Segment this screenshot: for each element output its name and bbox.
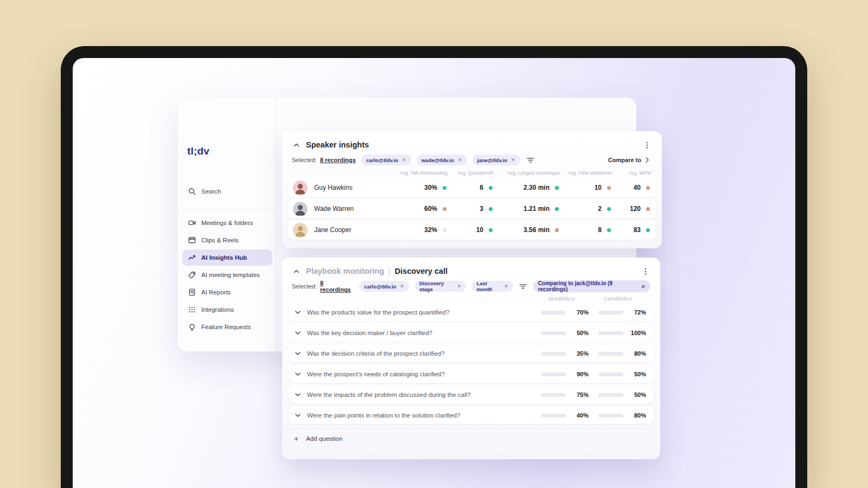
filter-icon[interactable] [519, 281, 528, 291]
chevron-down-icon[interactable] [294, 370, 302, 378]
speaker-panel-title: Speaker insights [306, 140, 369, 149]
video-camera-icon [188, 219, 196, 227]
selected-count[interactable]: 8 recordings [320, 157, 356, 163]
status-dot-good [489, 207, 493, 211]
comparing-chip[interactable]: Comparing to jack@tldv.io (8 recordings)… [533, 280, 650, 292]
metric-value: 1.21 min [524, 205, 550, 213]
question-row[interactable]: Were the impacts of the problem discusse… [289, 386, 654, 403]
close-icon[interactable]: ✕ [400, 284, 404, 289]
metric-value: 60% [424, 205, 437, 213]
close-icon[interactable]: ✕ [458, 157, 462, 163]
speaker-name-cell: Guy Hawkins [291, 181, 391, 195]
column-header-avg-wpm: Avg. WPM [616, 170, 655, 176]
speaker-table-header: Avg. Talk time/meetingAvg. Questions/hAv… [282, 165, 662, 176]
chip-label: carlo@tldv.io [366, 157, 398, 163]
chevron-down-icon[interactable] [294, 309, 302, 316]
close-icon[interactable]: ✕ [504, 284, 508, 289]
close-icon[interactable]: ✕ [457, 284, 462, 289]
speaker-name: Wade Warren [314, 205, 354, 213]
speaker-row-guy-hawkins[interactable]: Guy Hawkins30%62.30 min1040 [288, 178, 656, 197]
close-icon[interactable]: ✕ [641, 284, 646, 290]
progress-bar [598, 352, 623, 356]
score-percent: 70% [570, 309, 589, 316]
filter-chip-wade-tldv-io[interactable]: wade@tldv.io✕ [417, 155, 467, 165]
metric-avg-filler-words-min: 2 [564, 205, 616, 213]
score-carlo-tldv-io: 100% [598, 330, 646, 336]
status-dot-bad [646, 207, 650, 211]
chevron-down-icon[interactable] [294, 412, 302, 419]
close-icon[interactable]: ✕ [511, 157, 515, 163]
metric-value: 6 [480, 184, 483, 191]
lightbulb-icon [188, 323, 196, 331]
question-row[interactable]: Were the prospect's needs of cataloging … [289, 365, 654, 383]
speaker-name-cell: Jane Cooper [291, 223, 391, 237]
playbook-panel-header: Playbook monitoring | Discovery call ⋮ [282, 258, 660, 278]
sidebar-item-meetings-folders[interactable]: Meetings & folders [182, 215, 272, 231]
chevron-down-icon[interactable] [294, 329, 302, 337]
score-carlo-tldv-io: 80% [598, 350, 646, 357]
score-percent: 80% [628, 412, 646, 419]
speaker-panel-header: Speaker insights ⋮ [282, 131, 662, 151]
score-jack-tldv-io: 75% [541, 391, 589, 398]
progress-bar [541, 414, 566, 418]
status-dot-good [555, 207, 559, 211]
sidebar-item-ai-reports[interactable]: AI Reports [182, 284, 272, 300]
score-jack-tldv-io: 50% [541, 330, 589, 336]
column-header-avg-questions-h: Avg. Questions/h [452, 170, 498, 176]
filter-chip-jane-tldv-io[interactable]: jane@tldv.io✕ [473, 155, 520, 165]
sidebar-item-feature-requests[interactable]: Feature Requests [182, 319, 272, 335]
sidebar-menu: Meetings & foldersClips & ReelsAI Insigh… [182, 215, 272, 335]
progress-bar [598, 414, 623, 418]
score-jack-tldv-io: 70% [541, 309, 589, 316]
speaker-row-jane-cooper[interactable]: Jane Cooper32%103.56 min883 [288, 220, 656, 240]
search-button[interactable]: Search [182, 183, 269, 200]
score-percent: 35% [570, 350, 589, 357]
question-row[interactable]: Were the pain points in relation to the … [289, 407, 654, 424]
chevron-up-icon[interactable] [292, 267, 301, 275]
question-text: Was the products value for the prospect … [307, 309, 535, 316]
plus-icon: + [294, 434, 298, 443]
status-dot-good [555, 186, 559, 190]
question-text: Were the prospect's needs of cataloging … [307, 371, 535, 377]
question-text: Was the key decision maker / buyer clari… [307, 330, 535, 336]
metric-value: 83 [634, 226, 641, 234]
filter-icon[interactable] [526, 155, 535, 165]
selected-count[interactable]: 8 recordings [320, 280, 354, 293]
question-list: Was the products value for the prospect … [282, 303, 660, 424]
kebab-menu-icon[interactable]: ⋮ [641, 267, 650, 275]
progress-bar [541, 373, 566, 376]
comparison-column-jack-tldv-io: Jack@tldv.io [538, 296, 585, 303]
score-carlo-tldv-io: 50% [598, 371, 646, 377]
chevron-up-icon[interactable] [292, 140, 301, 149]
metric-avg-wpm: 40 [616, 184, 655, 191]
status-dot-bad [443, 207, 446, 211]
question-row[interactable]: Was the key decision maker / buyer clari… [289, 324, 654, 342]
filter-chip-carlo-tldv-io[interactable]: carlo@tldv.io✕ [359, 281, 409, 292]
dots-grid-icon [188, 306, 196, 314]
score-percent: 40% [570, 412, 589, 419]
comparison-columns-header: Jack@tldv.ioCarlo@tldv.io [282, 292, 660, 303]
metric-value: 40 [634, 184, 641, 191]
close-icon[interactable]: ✕ [402, 157, 406, 163]
kebab-menu-icon[interactable]: ⋮ [642, 141, 652, 149]
sidebar-item-clips-reels[interactable]: Clips & Reels [182, 232, 272, 248]
filter-chip-carlo-tldv-io[interactable]: carlo@tldv.io✕ [361, 155, 411, 165]
chevron-down-icon[interactable] [294, 391, 302, 399]
speaker-name-cell: Wade Warren [291, 202, 391, 216]
search-icon [188, 188, 196, 196]
filter-chip-last-month[interactable]: Last month✕ [471, 281, 513, 292]
metric-avg-filler-words-min: 10 [564, 184, 616, 191]
sidebar-item-ai-insights-hub[interactable]: AI Insights Hub [182, 249, 272, 266]
speaker-row-wade-warren[interactable]: Wade Warren60%31.21 min2120 [288, 199, 656, 219]
status-dot-good [607, 207, 611, 211]
sidebar-item-label: AI meeting templates [201, 272, 260, 278]
add-question-button[interactable]: + Add question [282, 428, 660, 448]
chevron-down-icon[interactable] [294, 350, 302, 357]
question-row[interactable]: Was the products value for the prospect … [289, 304, 654, 321]
sidebar-item-integrations[interactable]: Integrations [182, 301, 272, 318]
chip-label: carlo@tldv.io [364, 284, 396, 290]
compare-to-button[interactable]: Compare to [605, 155, 652, 165]
question-row[interactable]: Was the decision criteria of the prospec… [289, 345, 654, 362]
filter-chip-discovery-stage[interactable]: Discovery stage✕ [414, 281, 467, 292]
sidebar-item-ai-meeting-templates[interactable]: AI meeting templates [182, 267, 272, 283]
